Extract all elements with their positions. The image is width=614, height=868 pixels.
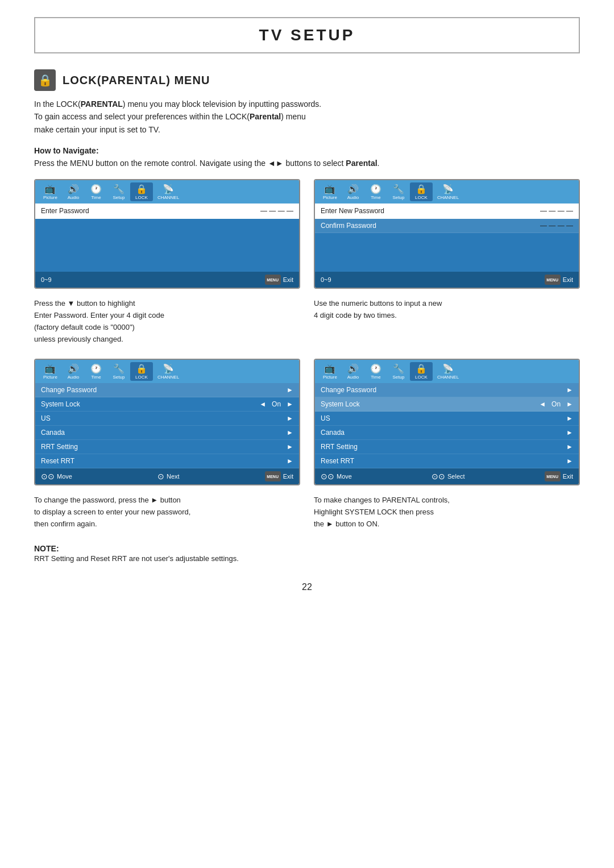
panel-bottom-right-content: Change Password ► System Lock ◄ On ► US … (315, 383, 579, 468)
nav-time-br: 🕐 Time (364, 362, 387, 381)
panel-bottom-left: 📺 Picture 🔊 Audio 🕐 Time 🔧 Setup 🔒 LOCK … (34, 359, 300, 485)
desc-bottom-right: To make changes to PARENTAL controls, Hi… (314, 495, 580, 530)
lock-icon: 🔒 (34, 69, 56, 91)
change-password-br: Change Password ► (315, 383, 579, 397)
nav-audio-bl: 🔊 Audio (62, 362, 85, 381)
nav-lock-active-bl: 🔒 LOCK (130, 362, 153, 381)
page-number: 22 (34, 582, 580, 592)
canada-bl: Canada ► (35, 426, 299, 440)
rrt-setting-bl: RRT Setting ► (35, 440, 299, 454)
panel-top-right-content: Enter New Password — — — — Confirm Passw… (315, 203, 579, 272)
nav-picture: 📺 Picture (39, 182, 62, 201)
panel-top-right-nav: 📺 Picture 🔊 Audio 🕐 Time 🔧 Setup 🔒 LOCK … (315, 180, 579, 203)
how-to-navigate-label: How to Navigate: (34, 146, 580, 155)
nav-picture-br: 📺 Picture (318, 362, 342, 381)
nav-setup-bl: 🔧 Setup (107, 362, 130, 381)
system-lock-bl: System Lock ◄ On ► (35, 397, 299, 412)
panel-bottom-left-content: Change Password ► System Lock ◄ On ► US … (35, 383, 299, 468)
system-lock-br: System Lock ◄ On ► (315, 397, 579, 412)
panel-bottom-right-footer: ⊙⊙ Move ⊙⊙ Select MENU Exit (315, 468, 579, 484)
enter-password-row: Enter Password — — — — (35, 203, 299, 219)
nav-setup-br: 🔧 Setup (387, 362, 410, 381)
panel-bottom-left-footer: ⊙⊙ Move ⊙ Next MENU Exit (35, 468, 299, 484)
panel-top-right-footer: 0~9 MENU Exit (315, 272, 579, 288)
canada-br: Canada ► (315, 426, 579, 440)
nav-time: 🕐 Time (85, 182, 107, 201)
desc-top-left: Press the ▼ button to highlight Enter Pa… (34, 298, 300, 345)
reset-rrt-br: Reset RRT ► (315, 454, 579, 468)
panel-top-left-content: Enter Password — — — — (35, 203, 299, 272)
navigate-text: Press the MENU button on the remote cont… (34, 159, 580, 168)
panel-top-right: 📺 Picture 🔊 Audio 🕐 Time 🔧 Setup 🔒 LOCK … (314, 179, 580, 289)
nav-time-bl: 🕐 Time (85, 362, 107, 381)
bottom-description-row: To change the password, press the ► butt… (34, 495, 580, 530)
panel-bottom-right-nav: 📺 Picture 🔊 Audio 🕐 Time 🔧 Setup 🔒 LOCK … (315, 360, 579, 383)
desc-bottom-left: To change the password, press the ► butt… (34, 495, 300, 530)
panel-bottom-right: 📺 Picture 🔊 Audio 🕐 Time 🔧 Setup 🔒 LOCK … (314, 359, 580, 485)
panel-top-left-nav: 📺 Picture 🔊 Audio 🕐 Time 🔧 Setup 🔒 LOCK … (35, 180, 299, 203)
us-br: US ► (315, 412, 579, 426)
nav-picture-bl: 📺 Picture (39, 362, 62, 381)
confirm-password-row: Confirm Password — — — — (315, 219, 579, 233)
reset-rrt-bl: Reset RRT ► (35, 454, 299, 468)
nav-audio: 🔊 Audio (62, 182, 85, 201)
section-title: LOCK(PARENTAL) MENU (63, 74, 210, 87)
nav-lock-active: 🔒 LOCK (130, 182, 153, 201)
nav-setup-tr: 🔧 Setup (387, 182, 410, 201)
intro-text: In the LOCK(PARENTAL) menu you may block… (34, 98, 580, 136)
nav-channel-br: 📡 CHANNEL (433, 362, 463, 381)
nav-picture-tr: 📺 Picture (318, 182, 342, 201)
us-bl: US ► (35, 412, 299, 426)
panel-top-left: 📺 Picture 🔊 Audio 🕐 Time 🔧 Setup 🔒 LOCK … (34, 179, 300, 289)
nav-lock-active-tr: 🔒 LOCK (410, 182, 433, 201)
page-title: TV SETUP (34, 17, 580, 53)
note-text: RRT Setting and Reset RRT are not user's… (34, 553, 580, 565)
rrt-setting-br: RRT Setting ► (315, 440, 579, 454)
nav-setup: 🔧 Setup (107, 182, 130, 201)
change-password-bl: Change Password ► (35, 383, 299, 397)
desc-top-right: Use the numeric buttons to input a new 4… (314, 298, 580, 345)
note-label: NOTE: (34, 544, 580, 553)
top-panels-row: 📺 Picture 🔊 Audio 🕐 Time 🔧 Setup 🔒 LOCK … (34, 179, 580, 289)
top-description-row: Press the ▼ button to highlight Enter Pa… (34, 298, 580, 345)
nav-channel-tr: 📡 CHANNEL (433, 182, 463, 201)
nav-lock-active-br: 🔒 LOCK (410, 362, 433, 381)
panel-bottom-left-nav: 📺 Picture 🔊 Audio 🕐 Time 🔧 Setup 🔒 LOCK … (35, 360, 299, 383)
panel-top-left-footer: 0~9 MENU Exit (35, 272, 299, 288)
bottom-panels-row: 📺 Picture 🔊 Audio 🕐 Time 🔧 Setup 🔒 LOCK … (34, 359, 580, 485)
nav-channel-bl: 📡 CHANNEL (153, 362, 184, 381)
nav-time-tr: 🕐 Time (364, 182, 387, 201)
nav-audio-br: 🔊 Audio (342, 362, 364, 381)
enter-new-password-row: Enter New Password — — — — (315, 203, 579, 219)
nav-channel: 📡 CHANNEL (153, 182, 184, 201)
section-header: 🔒 LOCK(PARENTAL) MENU (34, 69, 580, 91)
nav-audio-tr: 🔊 Audio (342, 182, 364, 201)
note-section: NOTE: RRT Setting and Reset RRT are not … (34, 544, 580, 565)
